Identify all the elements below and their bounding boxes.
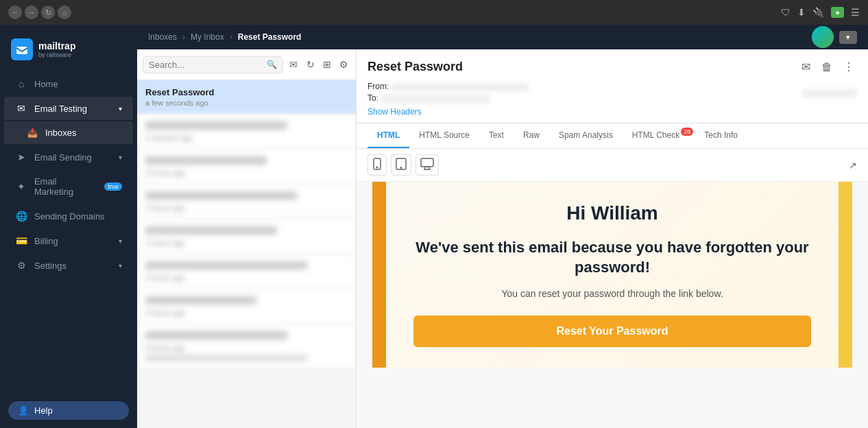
email-item-time: a few seconds ago — [145, 99, 348, 107]
extension-icon: 🔌 — [812, 7, 824, 18]
sidebar-item-settings[interactable]: ⚙ Settings ▾ — [4, 254, 133, 277]
user-menu[interactable]: ▾ — [839, 31, 857, 44]
email-item-subject — [145, 121, 287, 130]
download-icon: ⬇ — [797, 7, 806, 18]
sidebar-item-inboxes[interactable]: 📥 Inboxes — [4, 121, 133, 144]
email-preview-panel: Reset Password ✉ 🗑 ⋮ From: — [357, 49, 868, 428]
expand-preview-btn[interactable]: ↗ — [849, 160, 857, 171]
menu-icon[interactable]: ☰ — [851, 7, 860, 18]
email-item-time: 2 hours ago — [145, 274, 348, 282]
sidebar-item-home[interactable]: ⌂ Home — [4, 72, 133, 95]
logo-name: mailtrap — [38, 40, 75, 51]
html-check-badge: 28 — [681, 128, 693, 136]
breadcrumb-inboxes[interactable]: Inboxes — [148, 32, 177, 42]
forward-button[interactable]: → — [25, 5, 38, 19]
soon-badge: true — [104, 182, 122, 191]
browser-right-icons: 🛡 ⬇ 🔌 ● ☰ — [781, 7, 860, 18]
email-item-subject — [145, 226, 277, 235]
sidebar-item-settings-label: Settings — [34, 261, 67, 271]
refresh-button[interactable]: ↻ — [41, 5, 55, 19]
breadcrumb-sep-2: › — [230, 32, 232, 42]
tab-html[interactable]: HTML — [367, 123, 409, 148]
settings-list-btn[interactable]: ⚙ — [338, 55, 351, 74]
sending-domains-icon: 🌐 — [15, 211, 27, 222]
email-sending-icon: ➤ — [15, 152, 27, 163]
search-icon: 🔍 — [267, 60, 277, 69]
more-options-btn[interactable]: ⋮ — [841, 58, 857, 76]
billing-icon: 💳 — [15, 235, 27, 246]
forward-email-btn[interactable]: ✉ — [799, 58, 813, 76]
email-item-subject: Reset Password — [145, 87, 348, 97]
refresh-list-btn[interactable]: ↻ — [304, 55, 317, 74]
email-item-reset-password[interactable]: Reset Password a few seconds ago — [137, 80, 356, 115]
email-testing-arrow: ▾ — [119, 105, 122, 112]
email-list-panel: 🔍 ✉ ↻ ⊞ ⚙ Reset Password a few seconds a… — [137, 49, 357, 428]
logo-icon — [11, 38, 33, 60]
browser-nav: ← → ↻ ⌂ — [8, 5, 71, 19]
email-sub-text: You can reset your password through the … — [413, 288, 811, 299]
preview-title: Reset Password — [367, 60, 463, 74]
email-item-time: 2 hours ago — [145, 169, 348, 177]
list-item[interactable]: 3 minutes ago — [137, 115, 356, 150]
email-item-subject — [145, 331, 287, 340]
tab-html-source[interactable]: HTML Source — [409, 123, 479, 148]
sidebar-item-email-marketing-label: Email Marketing — [34, 176, 98, 197]
filter-btn[interactable]: ⊞ — [321, 55, 334, 74]
tab-raw[interactable]: Raw — [514, 123, 549, 148]
list-item[interactable]: 2 hours ago — [137, 185, 356, 219]
tab-text[interactable]: Text — [479, 123, 514, 148]
tab-tech-info[interactable]: Tech Info — [695, 123, 747, 148]
email-content: Hi William We've sent this email because… — [357, 182, 868, 428]
breadcrumb-my-inbox[interactable]: My Inbox — [191, 32, 224, 42]
search-box: 🔍 — [143, 56, 283, 73]
sidebar-item-email-sending-label: Email Sending — [34, 152, 92, 163]
sidebar-item-sending-domains[interactable]: 🌐 Sending Domains — [4, 204, 133, 228]
inboxes-icon: 📥 — [26, 128, 38, 138]
sidebar-bottom: 👤 Help — [0, 393, 137, 428]
view-modes: ↗ — [357, 149, 868, 182]
list-item[interactable]: 2 hours ago — [137, 219, 356, 254]
sidebar-item-email-marketing[interactable]: ✦ Email Marketing true — [4, 170, 133, 203]
home-icon: ⌂ — [15, 78, 27, 89]
sidebar-item-email-sending[interactable]: ➤ Email Sending ▾ — [4, 145, 133, 169]
sidebar-item-email-testing-label: Email Testing — [34, 104, 87, 114]
reset-password-cta[interactable]: Reset Your Password — [413, 316, 811, 347]
help-button[interactable]: 👤 Help — [8, 401, 129, 420]
email-item-time: 3 minutes ago — [145, 134, 348, 142]
tablet-view-btn[interactable] — [391, 154, 411, 176]
list-item[interactable]: 2 hours ago — [137, 254, 356, 289]
show-headers-link[interactable]: Show Headers — [367, 107, 422, 117]
desktop-view-btn[interactable] — [415, 154, 439, 176]
email-item-time: 6 hours ago — [145, 344, 348, 352]
inbox-icon-btn[interactable]: ✉ — [287, 55, 300, 74]
tab-html-check[interactable]: HTML Check 28 — [623, 123, 695, 148]
app-container: mailtrap by railsware ⌂ Home ✉ Email Tes… — [0, 25, 868, 428]
sidebar-item-email-testing[interactable]: ✉ Email Testing ▾ — [4, 97, 133, 120]
email-testing-icon: ✉ — [15, 103, 27, 114]
sidebar-item-billing[interactable]: 💳 Billing ▾ — [4, 229, 133, 252]
email-main-text: We've sent this email because you have f… — [413, 238, 811, 277]
svg-rect-5 — [421, 158, 433, 167]
list-item[interactable]: 3 hours ago — [137, 289, 356, 324]
to-label: To — [367, 93, 376, 103]
mobile-view-btn[interactable] — [367, 154, 387, 176]
email-item-subject — [145, 156, 267, 165]
list-item[interactable]: 6 hours ago — [137, 324, 356, 369]
back-button[interactable]: ← — [8, 5, 22, 19]
list-item[interactable]: 2 hours ago — [137, 150, 356, 185]
email-banner: Hi William We've sent this email because… — [372, 182, 852, 368]
email-area: 🔍 ✉ ↻ ⊞ ⚙ Reset Password a few seconds a… — [137, 49, 868, 428]
delete-email-btn[interactable]: 🗑 — [819, 58, 835, 76]
email-body: Hi William We've sent this email because… — [372, 182, 852, 368]
logo: mailtrap by railsware — [0, 30, 137, 71]
search-input[interactable] — [149, 60, 264, 70]
notification-icon: ● — [831, 7, 844, 18]
tab-spam-analysis[interactable]: Spam Analysis — [549, 123, 623, 148]
email-item-time: 3 hours ago — [145, 309, 348, 317]
email-item-subject — [145, 261, 307, 270]
home-button[interactable]: ⌂ — [58, 5, 71, 19]
logo-text: mailtrap by railsware — [38, 40, 75, 58]
email-item-to — [145, 355, 307, 361]
to-value — [381, 95, 490, 103]
email-item-subject — [145, 296, 256, 305]
